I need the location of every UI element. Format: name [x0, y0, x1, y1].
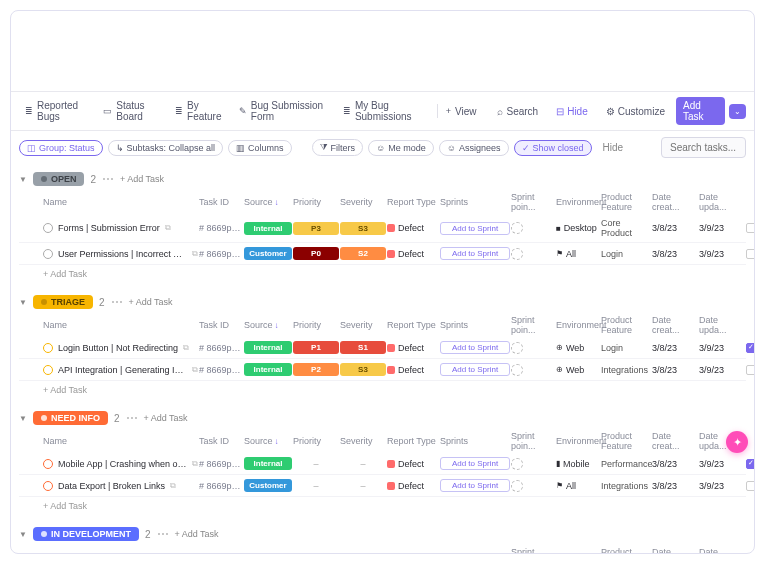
collapse-toggle[interactable]: ▼: [19, 175, 27, 184]
row-checkbox[interactable]: [746, 481, 755, 491]
copy-icon[interactable]: ⧉: [192, 365, 198, 375]
col-source[interactable]: Source↓: [244, 320, 292, 330]
group-add-task[interactable]: + Add Task: [144, 413, 188, 423]
sprint-points-empty[interactable]: [511, 458, 523, 470]
sprint-points-empty[interactable]: [511, 222, 523, 234]
copy-icon[interactable]: ⧉: [170, 481, 176, 491]
add-to-sprint[interactable]: Add to Sprint: [440, 457, 510, 470]
fab-button[interactable]: ✦: [726, 431, 748, 453]
status-pill[interactable]: IN DEVELOPMENT: [33, 527, 139, 541]
col-3[interactable]: Priority: [293, 552, 339, 554]
col-1[interactable]: Task ID: [199, 197, 243, 207]
sprint-points-empty[interactable]: [511, 480, 523, 492]
row-checkbox[interactable]: [746, 459, 755, 469]
group-menu[interactable]: ⋯: [111, 296, 123, 308]
col-3[interactable]: Priority: [293, 436, 339, 446]
filterbar-hide[interactable]: Hide: [597, 142, 630, 153]
collapse-toggle[interactable]: ▼: [19, 414, 27, 423]
col-7[interactable]: Sprint poin...: [511, 431, 555, 451]
add-to-sprint[interactable]: Add to Sprint: [440, 479, 510, 492]
col-0[interactable]: Name: [43, 436, 198, 446]
col-11[interactable]: Date upda...: [699, 192, 745, 212]
status-circle-icon[interactable]: [43, 343, 53, 353]
col-0[interactable]: Name: [43, 197, 198, 207]
add-task-button[interactable]: Add Task: [676, 97, 725, 125]
col-0[interactable]: Name: [43, 552, 198, 554]
copy-icon[interactable]: ⧉: [192, 249, 198, 259]
subtasks-filter[interactable]: ↳Subtasks: Collapse all: [108, 140, 224, 156]
me-mode-button[interactable]: ☺Me mode: [368, 140, 434, 156]
view-tab-0[interactable]: ≣Reported Bugs: [19, 96, 95, 126]
col-10[interactable]: Date creat...: [652, 315, 698, 335]
task-name[interactable]: Data Export | Broken Links: [58, 481, 165, 491]
copy-icon[interactable]: ⧉: [165, 223, 171, 233]
task-search[interactable]: [661, 137, 746, 158]
col-8[interactable]: Environment: [556, 320, 600, 330]
col-9[interactable]: Product Feature: [601, 192, 651, 212]
col-3[interactable]: Priority: [293, 197, 339, 207]
task-row[interactable]: Data Export | Broken Links⧉ # 8669pu... …: [19, 475, 746, 497]
sprint-points-empty[interactable]: [511, 248, 523, 260]
status-circle-icon[interactable]: [43, 365, 53, 375]
row-checkbox[interactable]: [746, 249, 755, 259]
task-row[interactable]: API Integration | Generating Incorrect .…: [19, 359, 746, 381]
col-3[interactable]: Priority: [293, 320, 339, 330]
row-checkbox[interactable]: [746, 365, 755, 375]
view-tab-3[interactable]: ✎Bug Submission Form: [233, 96, 335, 126]
view-tab-4[interactable]: ≣My Bug Submissions: [337, 96, 435, 126]
show-closed-button[interactable]: ✓Show closed: [514, 140, 592, 156]
task-row[interactable]: Login Button | Not Redirecting⧉ # 8669pu…: [19, 337, 746, 359]
col-1[interactable]: Task ID: [199, 552, 243, 554]
col-9[interactable]: Product Feature: [601, 547, 651, 554]
col-source[interactable]: Source↓: [244, 197, 292, 207]
col-9[interactable]: Product Feature: [601, 431, 651, 451]
add-task-row[interactable]: + Add Task: [19, 497, 746, 515]
assignees-button[interactable]: ☺Assignees: [439, 140, 509, 156]
view-tab-1[interactable]: ▭Status Board: [97, 96, 167, 126]
filters-button[interactable]: ⧩Filters: [312, 139, 364, 156]
col-4[interactable]: Severity: [340, 552, 386, 554]
add-to-sprint[interactable]: Add to Sprint: [440, 247, 510, 260]
col-source[interactable]: Source↓: [244, 436, 292, 446]
task-name[interactable]: Login Button | Not Redirecting: [58, 343, 178, 353]
status-pill[interactable]: TRIAGE: [33, 295, 93, 309]
group-filter[interactable]: ◫Group: Status: [19, 140, 103, 156]
task-row[interactable]: Mobile App | Crashing when opened⧉ # 866…: [19, 453, 746, 475]
col-10[interactable]: Date creat...: [652, 547, 698, 554]
status-pill[interactable]: NEED INFO: [33, 411, 108, 425]
search-input[interactable]: [661, 137, 746, 158]
col-6[interactable]: Sprints: [440, 197, 510, 207]
view-tab-5[interactable]: +View: [440, 102, 483, 121]
col-8[interactable]: Environment: [556, 197, 600, 207]
col-5[interactable]: Report Type: [387, 436, 439, 446]
add-to-sprint[interactable]: Add to Sprint: [440, 341, 510, 354]
task-name[interactable]: Mobile App | Crashing when opened: [58, 459, 187, 469]
status-circle-icon[interactable]: [43, 481, 53, 491]
col-4[interactable]: Severity: [340, 436, 386, 446]
add-task-dropdown[interactable]: ⌄: [729, 104, 746, 119]
row-checkbox[interactable]: [746, 223, 755, 233]
col-6[interactable]: Sprints: [440, 552, 510, 554]
task-row[interactable]: User Permissions | Incorrect Access⧉ # 8…: [19, 243, 746, 265]
task-name[interactable]: Forms | Submission Error: [58, 223, 160, 233]
add-to-sprint[interactable]: Add to Sprint: [440, 222, 510, 235]
col-0[interactable]: Name: [43, 320, 198, 330]
task-name[interactable]: API Integration | Generating Incorrect .…: [58, 365, 187, 375]
copy-icon[interactable]: ⧉: [192, 459, 198, 469]
group-menu[interactable]: ⋯: [126, 412, 138, 424]
col-11[interactable]: Date upda...: [699, 547, 745, 554]
view-tab-2[interactable]: ≣By Feature: [169, 96, 231, 126]
status-circle-icon[interactable]: [43, 459, 53, 469]
copy-icon[interactable]: ⧉: [183, 343, 189, 353]
col-7[interactable]: Sprint poin...: [511, 547, 555, 554]
col-5[interactable]: Report Type: [387, 552, 439, 554]
col-6[interactable]: Sprints: [440, 320, 510, 330]
row-checkbox[interactable]: [746, 343, 755, 353]
group-add-task[interactable]: + Add Task: [120, 174, 164, 184]
group-menu[interactable]: ⋯: [102, 173, 114, 185]
col-6[interactable]: Sprints: [440, 436, 510, 446]
customize-button[interactable]: ⚙Customize: [599, 103, 672, 120]
col-7[interactable]: Sprint poin...: [511, 192, 555, 212]
col-7[interactable]: Sprint poin...: [511, 315, 555, 335]
status-circle-icon[interactable]: [43, 249, 53, 259]
